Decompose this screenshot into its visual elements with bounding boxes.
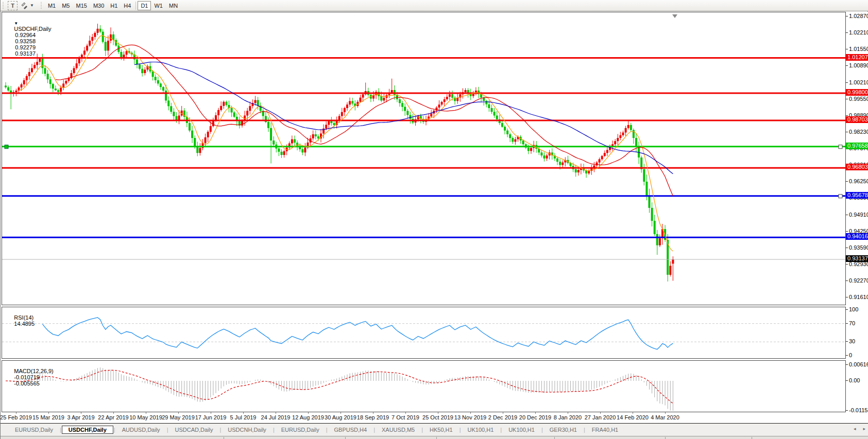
macd-label: MACD(12,26,9) -0.010719 -0.005565 — [5, 362, 54, 393]
axis-tick-mark — [846, 248, 848, 248]
date-label: 10 May 2019 — [129, 414, 162, 420]
axis-tick-mark — [846, 364, 848, 365]
price-tick-label: 1.01550 — [849, 46, 868, 52]
chart-tab-usdcad-daily[interactable]: USDCAD,Daily — [168, 426, 219, 434]
chart-tab-usdcnh-daily[interactable]: USDCNH,Daily — [222, 426, 273, 434]
chart-tab-hk50-h1[interactable]: HK50,H1 — [423, 426, 459, 434]
axis-tick-mark — [846, 181, 848, 182]
date-label: 30 Aug 2019 — [325, 414, 356, 420]
date-tick-mark — [81, 412, 81, 414]
axis-tick-mark — [846, 231, 848, 232]
timeframe-button-w1[interactable]: W1 — [151, 1, 166, 10]
collapse-icon[interactable]: ▼ — [14, 21, 18, 26]
macd-plot[interactable] — [2, 361, 845, 412]
line-handle[interactable] — [5, 145, 8, 149]
rsi-tick-label: 100 — [849, 306, 858, 312]
rsi-indicator-pane[interactable]: RSI(14) 14.4895 — [2, 307, 846, 359]
drawing-tools-button[interactable]: ▼ — [18, 1, 37, 10]
macd-main-value: -0.010719 — [14, 374, 40, 380]
toolbar-grip[interactable] — [2, 2, 5, 9]
macd-tick-label: 0.00 — [849, 377, 860, 383]
date-label: 22 Apr 2019 — [98, 414, 128, 420]
date-tick-mark — [535, 412, 536, 414]
chart-tab-ger30-h1[interactable]: GER30,H1 — [543, 426, 583, 434]
date-tick-mark — [373, 412, 373, 414]
date-label: 8 Jan 2020 — [554, 414, 582, 420]
rsi-tick-label: 0 — [849, 352, 852, 358]
rsi-plot[interactable] — [2, 307, 845, 358]
axis-tick-mark — [846, 264, 848, 265]
axis-tick-mark — [846, 132, 848, 132]
toolbar-grip[interactable] — [40, 2, 43, 9]
chart-tab-usdchf-daily[interactable]: USDCHF,Daily — [62, 426, 113, 434]
strip-tick — [554, 437, 555, 439]
timeframe-button-h4[interactable]: H4 — [121, 1, 134, 10]
price-tick-label: 1.02870 — [849, 13, 868, 19]
date-label: 13 Nov 2019 — [454, 414, 486, 420]
line-handle[interactable] — [839, 195, 842, 198]
date-label: 15 Mar 2019 — [32, 414, 64, 420]
ohlc-close: 0.93137 — [15, 50, 36, 57]
timeframe-button-m30[interactable]: M30 — [90, 1, 107, 10]
chart-tab-xauusd-m5[interactable]: XAUUSD,M5 — [376, 426, 421, 434]
rsi-label: RSI(14) 14.4895 — [5, 308, 35, 333]
chart-tab-gbpusd-h4[interactable]: GBPUSD,H4 — [328, 426, 373, 434]
hline-price-label: 0.94016 — [846, 233, 868, 240]
timeframe-button-h1[interactable]: H1 — [107, 1, 121, 10]
date-tick-mark — [308, 412, 309, 414]
axis-tick-mark — [846, 323, 848, 324]
strip-tick — [752, 437, 752, 439]
macd-name: MACD(12,26,9) — [14, 368, 53, 374]
rsi-tick-label: 70 — [849, 320, 855, 326]
macd-signal-value: -0.005565 — [14, 380, 40, 387]
price-tick-label: 1.00890 — [849, 62, 868, 68]
text-tool-button[interactable]: T — [8, 1, 18, 10]
chart-tab-eurusd-daily[interactable]: EURUSD,Daily — [275, 426, 326, 434]
macd-signal-line — [6, 370, 673, 403]
chart-symbol: USDCHF,Daily — [14, 26, 51, 32]
rsi-line — [42, 318, 673, 349]
macd-indicator-pane[interactable]: MACD(12,26,9) -0.010719 -0.005565 — [2, 360, 846, 412]
timeframe-button-d1[interactable]: D1 — [138, 1, 151, 10]
date-tick-mark — [211, 412, 211, 414]
date-label: 27 Jan 2020 — [585, 414, 616, 420]
toolbar-separator — [135, 2, 136, 10]
date-tick-mark — [568, 412, 568, 414]
date-tick-mark — [48, 412, 49, 414]
date-label: 25 Oct 2019 — [422, 414, 453, 420]
date-label: 7 Oct 2019 — [392, 414, 419, 420]
date-label: 14 Feb 2020 — [617, 414, 649, 420]
timeframe-button-m5[interactable]: M5 — [59, 1, 73, 10]
tab-scroll-left-icon[interactable]: ◂ — [854, 426, 856, 431]
ohlc-high: 0.93258 — [15, 38, 36, 44]
rsi-name: RSI(14) — [14, 314, 33, 321]
chart-tab-uk100-h1[interactable]: UK100,H1 — [462, 426, 500, 434]
timeframe-button-mn[interactable]: MN — [166, 1, 181, 10]
date-tick-mark — [16, 412, 16, 414]
chart-tab-uk100-h1[interactable]: UK100,H1 — [502, 426, 541, 434]
timeframe-group: M1M5M15M30H1H4D1W1MN — [45, 1, 181, 10]
tab-scroll-right-icon[interactable]: ▸ — [863, 426, 865, 431]
toolbar: T ▼ M1M5M15M30H1H4D1W1MN — [1, 0, 868, 11]
strip-tick — [224, 437, 224, 439]
hline-price-label: 0.95678 — [846, 192, 868, 199]
timeframe-button-m1[interactable]: M1 — [45, 1, 59, 10]
chart-tab-audusd-daily[interactable]: AUDUSD,Daily — [116, 426, 166, 434]
current-price-label: 0.93137 — [846, 255, 868, 262]
timeframe-button-m15[interactable]: M15 — [73, 1, 90, 10]
strip-tick — [665, 437, 666, 439]
date-tick-mark — [276, 412, 276, 414]
axis-tick-mark — [846, 16, 848, 16]
diagonal-arrows-icon — [21, 2, 29, 9]
chevron-down-icon: ▼ — [30, 3, 34, 8]
axis-tick-mark — [846, 215, 848, 215]
line-handle[interactable] — [839, 145, 842, 149]
price-chart-pane[interactable]: ▼ USDCHF,Daily 0.92964 0.93258 0.92279 0… — [2, 12, 846, 305]
chart-tab-eurusd-daily[interactable]: EURUSD,Daily — [9, 426, 59, 434]
chart-tab-fra40-h1[interactable]: FRA40,H1 — [586, 426, 624, 434]
price-tick-label: 0.94910 — [849, 212, 868, 218]
candlestick-plot[interactable] — [2, 12, 845, 305]
axis-tick-mark — [846, 297, 848, 297]
axis-tick-mark — [846, 410, 848, 411]
chart-shift-marker-icon[interactable] — [672, 14, 677, 18]
